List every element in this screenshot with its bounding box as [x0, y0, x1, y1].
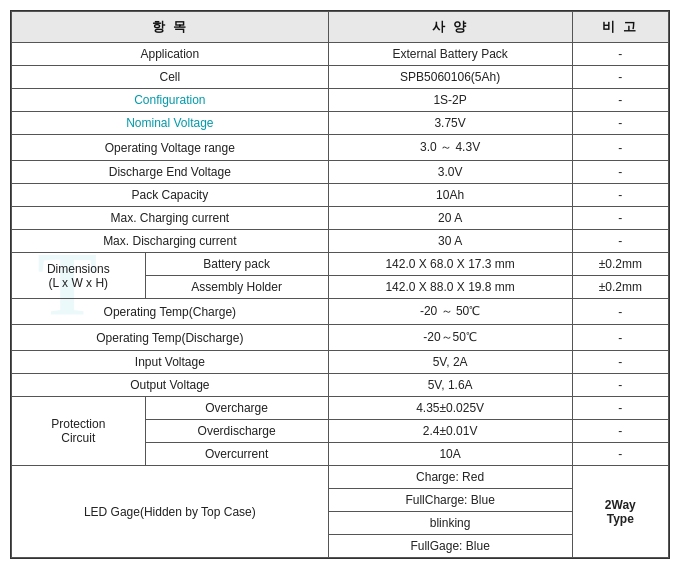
spec-table-wrapper: T 항 목 사 양 비 고 Application External Batte… — [10, 10, 670, 559]
row-note: - — [572, 207, 668, 230]
row-spec: 3.0V — [328, 161, 572, 184]
row-note: - — [572, 351, 668, 374]
row-spec: 10Ah — [328, 184, 572, 207]
row-note: - — [572, 374, 668, 397]
dimensions-sub-spec-2: 142.0 X 88.0 X 19.8 mm — [328, 276, 572, 299]
row-label: Pack Capacity — [12, 184, 329, 207]
row-spec: 3.0 ～ 4.3V — [328, 135, 572, 161]
table-row: Operating Voltage range 3.0 ～ 4.3V - — [12, 135, 669, 161]
row-note: - — [572, 66, 668, 89]
protection-sub-note-3: - — [572, 443, 668, 466]
table-row: Input Voltage 5V, 2A - — [12, 351, 669, 374]
row-spec: 5V, 2A — [328, 351, 572, 374]
protection-sub-note-2: - — [572, 420, 668, 443]
dimensions-sub-note-1: ±0.2mm — [572, 253, 668, 276]
row-note: - — [572, 325, 668, 351]
dimensions-sub-label-2: Assembly Holder — [145, 276, 328, 299]
table-row: Output Voltage 5V, 1.6A - — [12, 374, 669, 397]
table-row: Max. Discharging current 30 A - — [12, 230, 669, 253]
table-row: Discharge End Voltage 3.0V - — [12, 161, 669, 184]
led-spec-2: FullCharge: Blue — [328, 489, 572, 512]
row-label: Operating Temp(Charge) — [12, 299, 329, 325]
row-spec: 5V, 1.6A — [328, 374, 572, 397]
row-label: Max. Discharging current — [12, 230, 329, 253]
row-note: - — [572, 299, 668, 325]
header-item: 항 목 — [12, 12, 329, 43]
dimensions-sub-label-1: Battery pack — [145, 253, 328, 276]
table-row: Operating Temp(Charge) -20 ～ 50℃ - — [12, 299, 669, 325]
led-spec-3: blinking — [328, 512, 572, 535]
dimensions-sub-spec-1: 142.0 X 68.0 X 17.3 mm — [328, 253, 572, 276]
led-spec-4: FullGage: Blue — [328, 535, 572, 558]
protection-sub-label-1: Overcharge — [145, 397, 328, 420]
row-label: Input Voltage — [12, 351, 329, 374]
protection-sub-label-3: Overcurrent — [145, 443, 328, 466]
row-label: Operating Voltage range — [12, 135, 329, 161]
dimensions-sub-note-2: ±0.2mm — [572, 276, 668, 299]
protection-row-1: Protection Circuit Overcharge 4.35±0.025… — [12, 397, 669, 420]
row-spec: 20 A — [328, 207, 572, 230]
row-label: Discharge End Voltage — [12, 161, 329, 184]
led-spec-1: Charge: Red — [328, 466, 572, 489]
protection-sub-spec-3: 10A — [328, 443, 572, 466]
row-label: Nominal Voltage — [12, 112, 329, 135]
led-label: LED Gage(Hidden by Top Case) — [12, 466, 329, 558]
row-note: - — [572, 184, 668, 207]
dimensions-label: Dimensions (L x W x H) — [12, 253, 146, 299]
row-label: Cell — [12, 66, 329, 89]
row-spec: 3.75V — [328, 112, 572, 135]
row-label: Max. Charging current — [12, 207, 329, 230]
header-note: 비 고 — [572, 12, 668, 43]
row-spec: SPB5060106(5Ah) — [328, 66, 572, 89]
dimensions-row-1: Dimensions (L x W x H) Battery pack 142.… — [12, 253, 669, 276]
row-note: - — [572, 89, 668, 112]
table-row: Max. Charging current 20 A - — [12, 207, 669, 230]
row-spec: 1S-2P — [328, 89, 572, 112]
row-label: Configuration — [12, 89, 329, 112]
header-spec: 사 양 — [328, 12, 572, 43]
table-row: Nominal Voltage 3.75V - — [12, 112, 669, 135]
row-note: - — [572, 230, 668, 253]
table-row: Cell SPB5060106(5Ah) - — [12, 66, 669, 89]
table-row: Application External Battery Pack - — [12, 43, 669, 66]
row-note: - — [572, 112, 668, 135]
protection-sub-spec-1: 4.35±0.025V — [328, 397, 572, 420]
table-row: Operating Temp(Discharge) -20～50℃ - — [12, 325, 669, 351]
led-row: LED Gage(Hidden by Top Case) Charge: Red… — [12, 466, 669, 489]
row-spec: -20 ～ 50℃ — [328, 299, 572, 325]
row-label: Operating Temp(Discharge) — [12, 325, 329, 351]
row-note: - — [572, 135, 668, 161]
led-note: 2Way Type — [572, 466, 668, 558]
row-note: - — [572, 161, 668, 184]
protection-sub-label-2: Overdischarge — [145, 420, 328, 443]
spec-table: 항 목 사 양 비 고 Application External Battery… — [11, 11, 669, 558]
table-row: Pack Capacity 10Ah - — [12, 184, 669, 207]
row-spec: -20～50℃ — [328, 325, 572, 351]
row-spec: 30 A — [328, 230, 572, 253]
protection-sub-spec-2: 2.4±0.01V — [328, 420, 572, 443]
row-label: Output Voltage — [12, 374, 329, 397]
row-note: - — [572, 43, 668, 66]
table-row: Configuration 1S-2P - — [12, 89, 669, 112]
protection-sub-note-1: - — [572, 397, 668, 420]
row-spec: External Battery Pack — [328, 43, 572, 66]
protection-label: Protection Circuit — [12, 397, 146, 466]
row-label: Application — [12, 43, 329, 66]
